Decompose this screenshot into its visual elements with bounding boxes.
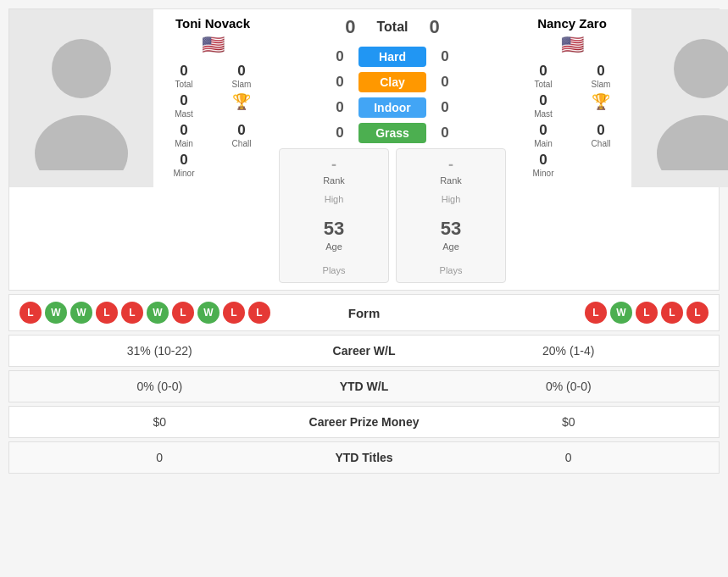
totals-row: 0 Total 0 [337, 16, 447, 38]
player1-mast-cell: 0 Mast [158, 92, 209, 119]
player2-flag: 🇺🇸 [561, 34, 584, 56]
form-badge-p1: L [248, 302, 270, 324]
player1-mast-value: 0 [180, 92, 187, 109]
player1-rank-value: - [283, 156, 385, 174]
player1-form-badges: LWWLLWLWLL [19, 302, 322, 324]
player2-total-value: 0 [539, 63, 547, 80]
player1-total-label: Total [175, 80, 192, 89]
stats-left-3: 0 [23, 451, 297, 464]
player1-flag: 🇺🇸 [202, 34, 225, 56]
form-badge-p1: L [19, 302, 42, 324]
player1-rank-label: Rank [283, 175, 385, 186]
stats-row: 31% (10-22) Career W/L 20% (1-4) [8, 335, 720, 367]
clay-button[interactable]: Clay [358, 72, 426, 92]
indoor-button[interactable]: Indoor [358, 97, 426, 118]
player1-minor-label: Minor [173, 169, 194, 178]
player2-minor-cell: 0 Minor [518, 152, 569, 178]
player2-chall-cell: 0 Chall [575, 122, 626, 148]
grass-button[interactable]: Grass [358, 123, 426, 143]
player1-total-cell: 0 Total [158, 63, 209, 89]
player1-slam-cell: 0 Slam [216, 63, 267, 89]
stats-row: 0% (0-0) YTD W/L 0% (0-0) [8, 370, 720, 402]
player2-minor-label: Minor [532, 169, 553, 178]
player1-trophy-cell: 🏆 [216, 92, 267, 119]
player2-photo [631, 9, 728, 187]
player1-high-label: High [283, 194, 385, 204]
clay-right: 0 [436, 74, 453, 91]
total-left: 0 [337, 16, 363, 38]
player2-chall-label: Chall [592, 139, 611, 148]
form-badge-p1: L [223, 302, 245, 324]
svg-point-3 [657, 115, 728, 170]
player2-rank-value: - [400, 156, 502, 174]
player1-slam-label: Slam [232, 80, 252, 89]
svg-point-2 [674, 39, 728, 98]
player1-slam-value: 0 [237, 63, 245, 80]
stats-row: 0 YTD Titles 0 [8, 441, 720, 474]
player2-name: Nancy Zaro [537, 16, 607, 31]
stats-right-2: $0 [432, 415, 706, 429]
form-badge-p2: L [686, 302, 709, 324]
player2-age-label: Age [400, 241, 502, 252]
stats-center-2: Career Prize Money [297, 415, 432, 429]
stats-center-3: YTD Titles [297, 451, 432, 464]
form-badge-p1: W [70, 302, 92, 324]
player1-plays-label: Plays [283, 265, 385, 275]
center-section: 0 Total 0 0 Hard 0 0 Clay 0 0 Indoor [272, 9, 513, 290]
player1-trophy-icon: 🏆 [232, 92, 251, 111]
form-badge-p2: L [661, 302, 683, 324]
form-badge-p1: L [121, 302, 143, 324]
form-badge-p2: W [610, 302, 632, 324]
form-badge-p1: L [172, 302, 194, 324]
form-badge-p1: W [45, 302, 67, 324]
form-badge-p1: L [96, 302, 118, 324]
player1-age-label: Age [283, 241, 385, 252]
form-badge-p1: W [197, 302, 220, 324]
player1-rank-card: - Rank High 53 Age Plays [279, 148, 389, 283]
players-section: Toni Novack 🇺🇸 0 Total 0 Slam 0 Mast 🏆 [8, 8, 720, 291]
form-badge-p1: W [147, 302, 169, 324]
form-section: LWWLLWLWLL Form LWLLL [8, 294, 720, 331]
stats-cards-area: - Rank High 53 Age Plays - Rank High 53 [275, 148, 509, 283]
hard-right: 0 [436, 48, 453, 65]
player2-plays-label: Plays [400, 265, 502, 275]
clay-row: 0 Clay 0 [275, 72, 509, 92]
main-container: Toni Novack 🇺🇸 0 Total 0 Slam 0 Mast 🏆 [0, 0, 728, 485]
grass-left: 0 [331, 125, 348, 141]
player1-main-value: 0 [180, 122, 187, 139]
player1-photo [9, 9, 153, 187]
total-right: 0 [422, 16, 447, 38]
clay-left: 0 [331, 74, 348, 91]
surfaces-area: 0 Hard 0 0 Clay 0 0 Indoor 0 0 Grass [275, 47, 509, 143]
stats-right-1: 0% (0-0) [432, 380, 706, 393]
player2-slam-value: 0 [597, 63, 604, 80]
player1-minor-cell: 0 Minor [158, 152, 209, 178]
player2-trophy-icon: 🏆 [592, 92, 610, 111]
stats-left-0: 31% (10-22) [23, 344, 297, 358]
player2-chall-value: 0 [597, 122, 604, 139]
player2-total-label: Total [534, 80, 552, 89]
hard-button[interactable]: Hard [358, 47, 426, 67]
stats-left-1: 0% (0-0) [23, 380, 297, 393]
hard-left: 0 [331, 48, 348, 65]
stats-center-0: Career W/L [297, 344, 432, 358]
stats-right-0: 20% (1-4) [432, 344, 706, 358]
player2-main-cell: 0 Main [518, 122, 569, 148]
svg-point-0 [52, 39, 111, 98]
player1-main-label: Main [175, 139, 193, 148]
player1-age-value: 53 [283, 218, 385, 240]
stats-center-1: YTD W/L [297, 380, 432, 393]
player2-slam-label: Slam [592, 80, 611, 89]
player2-mast-value: 0 [539, 92, 547, 109]
indoor-right: 0 [436, 99, 453, 116]
form-badge-p2: L [585, 302, 607, 324]
stats-left-2: $0 [23, 415, 297, 429]
player1-total-value: 0 [180, 63, 187, 80]
player1-chall-cell: 0 Chall [216, 122, 267, 148]
indoor-row: 0 Indoor 0 [275, 97, 509, 118]
stats-rows-container: 31% (10-22) Career W/L 20% (1-4) 0% (0-0… [8, 335, 720, 474]
stats-row: $0 Career Prize Money $0 [8, 406, 720, 438]
total-label: Total [376, 19, 408, 35]
player2-rank-label: Rank [400, 175, 502, 186]
player1-info: Toni Novack 🇺🇸 0 Total 0 Slam 0 Mast 🏆 [153, 9, 272, 185]
